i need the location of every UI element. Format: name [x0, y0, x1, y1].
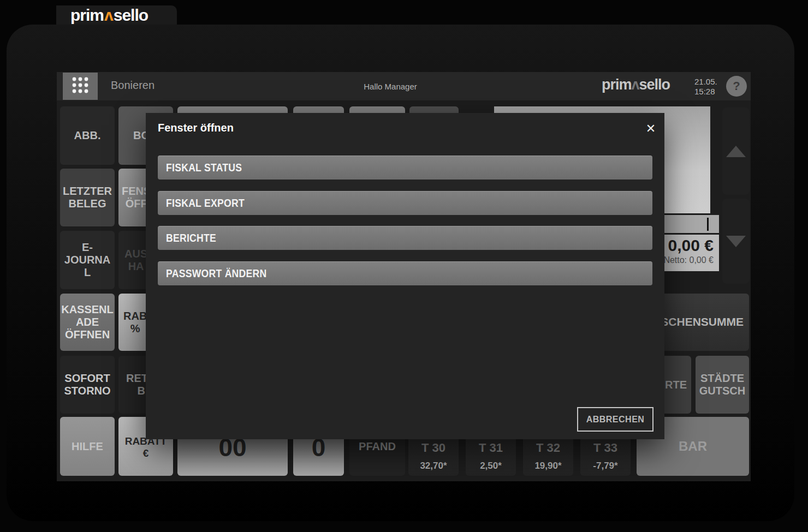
- brand-logo-tab: primʌsello: [56, 5, 177, 25]
- berichte-item[interactable]: BERICHTE: [158, 226, 652, 250]
- modal-title: Fenster öffnen: [158, 122, 234, 134]
- table-amount: 19,90*: [534, 461, 561, 471]
- letzter-beleg-button[interactable]: LETZTER BELEG: [60, 169, 115, 226]
- time-label: 15:28: [694, 87, 717, 97]
- help-button[interactable]: ?: [726, 76, 747, 97]
- staedte-gutschein-button[interactable]: STÄDTE GUTSCH: [696, 356, 749, 414]
- page-title: Bonieren: [111, 79, 155, 92]
- fiskal-status-item[interactable]: FISKAL STATUS: [158, 156, 652, 180]
- table-amount: -7,79*: [593, 461, 617, 471]
- pos-screen: Bonieren Hallo Manager primʌsello 21.05.…: [57, 72, 751, 481]
- arrow-up-icon: [726, 146, 746, 157]
- header-logo-prim: prim: [602, 76, 632, 93]
- question-mark-icon: ?: [733, 79, 740, 93]
- table-name: T 31: [479, 441, 503, 455]
- fenster-oeffnen-modal: Fenster öffnen ✕ FISKAL STATUS FISKAL EX…: [146, 113, 664, 439]
- page: primʌsello Bonieren Hallo Manager primʌs…: [0, 0, 808, 532]
- header-logo: primʌsello: [602, 76, 670, 93]
- passwort-aendern-item[interactable]: PASSWORT ÄNDERN: [158, 261, 652, 285]
- fiskal-export-item[interactable]: FISKAL EXPORT: [158, 191, 652, 215]
- table-amount: 32,70*: [420, 461, 447, 471]
- e-journal-button[interactable]: E- JOURNA L: [60, 231, 115, 289]
- header-logo-caret-icon: ʌ: [632, 76, 639, 93]
- scroll-down-button[interactable]: [722, 199, 750, 284]
- brand-logo-prim: prim: [70, 6, 104, 25]
- grid-menu-icon: [69, 74, 91, 98]
- menu-button[interactable]: [63, 73, 98, 100]
- scroll-up-button[interactable]: [722, 107, 750, 195]
- table-name: T 33: [593, 441, 617, 455]
- abbrechen-button[interactable]: ABBRECHEN: [577, 407, 653, 432]
- table-name: T 32: [536, 441, 560, 455]
- hilfe-button[interactable]: HILFE: [60, 417, 115, 476]
- date-label: 21.05.: [694, 77, 717, 87]
- abbruch-button[interactable]: ABB.: [60, 106, 115, 165]
- brand-logo-caret-icon: ʌ: [104, 6, 114, 25]
- header-logo-sello: sello: [639, 76, 670, 93]
- table-amount: 2,50*: [480, 461, 502, 471]
- user-greeting: Hallo Manager: [328, 82, 453, 91]
- close-icon[interactable]: ✕: [641, 119, 660, 138]
- kassenlade-oeffnen-button[interactable]: KASSENL ADE ÖFFNEN: [60, 294, 115, 351]
- datetime-display: 21.05. 15:28: [694, 77, 717, 97]
- table-name: T 30: [421, 441, 445, 455]
- arrow-down-icon: [726, 236, 746, 247]
- sofort-storno-button[interactable]: SOFORT STORNO: [60, 356, 115, 414]
- text-cursor: [707, 218, 709, 231]
- brand-logo-sello: sello: [114, 6, 148, 25]
